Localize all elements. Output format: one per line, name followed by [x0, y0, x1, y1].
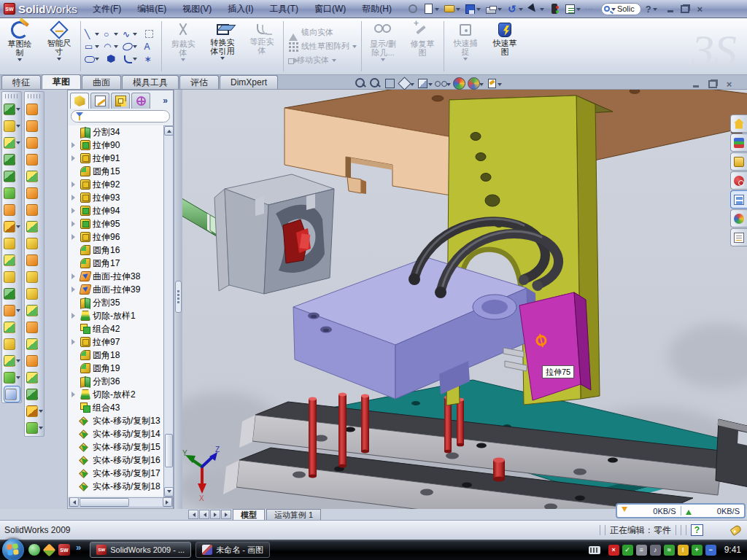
scroll-thumb[interactable] — [80, 498, 129, 507]
feature-tool-button[interactable] — [4, 285, 20, 302]
surface-tool-button[interactable] — [26, 235, 43, 252]
appearance-icon[interactable] — [453, 77, 465, 90]
restore-button[interactable] — [679, 4, 692, 15]
expand-arrow-icon[interactable] — [71, 142, 78, 148]
feature-tool-button[interactable] — [4, 386, 20, 402]
feature-tree-item[interactable]: 实体-移动/复制14 — [70, 427, 163, 440]
feature-tool-button[interactable] — [4, 268, 20, 285]
feature-tool-button[interactable] — [4, 117, 20, 134]
network-speed-widget[interactable]: 0KB/S 0KB/S — [616, 503, 746, 518]
rectangle-icon[interactable]: ▭ — [82, 40, 101, 52]
menu-item[interactable]: 帮助(H) — [354, 0, 400, 18]
spline-icon[interactable]: ∿ — [120, 28, 139, 40]
feature-tree-item[interactable]: 曲面-拉伸39 — [70, 283, 163, 296]
feature-tree-item[interactable]: 圆角17 — [70, 257, 163, 270]
surface-tool-button[interactable] — [26, 168, 43, 184]
menu-item[interactable]: 窗口(W) — [306, 0, 354, 18]
surface-tool-button[interactable] — [26, 285, 43, 302]
menu-item[interactable]: 插入(I) — [220, 0, 261, 18]
feature-tool-button[interactable] — [4, 134, 20, 151]
expand-arrow-icon[interactable] — [71, 339, 78, 345]
scene-icon[interactable] — [468, 77, 484, 90]
display-delete-relations-button[interactable]: 显示/删 除几... — [363, 18, 403, 74]
warning-icon[interactable]: ! — [678, 545, 689, 556]
scroll-up-button[interactable] — [164, 126, 174, 136]
feature-tree-item[interactable]: 组合42 — [70, 322, 163, 335]
expand-arrow-icon[interactable] — [71, 273, 78, 279]
expand-arrow-icon[interactable] — [71, 182, 78, 187]
custom-properties-icon[interactable] — [730, 228, 747, 246]
polygon-icon[interactable] — [101, 52, 120, 65]
feature-tree-item[interactable]: 切除-放样1 — [70, 309, 163, 322]
repair-sketch-button[interactable]: 修复草 图 — [403, 18, 442, 74]
design-library-icon[interactable] — [730, 133, 747, 152]
feature-tree-item[interactable]: 拉伸96 — [70, 230, 163, 244]
expand-arrow-icon[interactable] — [71, 313, 78, 319]
feature-tree-item[interactable]: 拉伸97 — [70, 335, 163, 349]
surface-tool-button[interactable] — [26, 101, 43, 117]
expand-arrow-icon[interactable] — [71, 208, 78, 214]
linear-sketch-pattern-button[interactable]: 线性草图阵列 — [288, 41, 357, 52]
feature-tree-item[interactable]: 分割34 — [70, 125, 163, 139]
feature-tool-button[interactable] — [4, 235, 20, 252]
section-view-icon[interactable] — [384, 77, 396, 90]
prev-tab-button[interactable] — [199, 510, 209, 519]
zoom-fit-icon[interactable] — [355, 77, 367, 90]
feature-tree-item[interactable]: 实体-移动/复制15 — [70, 440, 163, 454]
feature-tool-button[interactable] — [4, 218, 20, 235]
feature-tool-button[interactable] — [4, 201, 20, 218]
convert-entities-button[interactable]: 转换实 体引用 — [203, 18, 242, 74]
feature-tree-item[interactable]: 拉伸91 — [70, 152, 163, 165]
surface-tool-button[interactable] — [26, 134, 43, 151]
pin-icon[interactable] — [406, 2, 420, 15]
feature-tool-button[interactable] — [4, 352, 20, 369]
splitter-grip[interactable] — [175, 281, 182, 313]
badge-icon[interactable]: ≡ — [636, 545, 647, 556]
offset-entities-button[interactable]: 等距实 体 — [242, 18, 282, 74]
feature-tool-button[interactable] — [4, 184, 20, 201]
tab-dimxpert-manager[interactable] — [131, 93, 150, 109]
surface-tool-button[interactable] — [26, 369, 43, 386]
doc-minimize-button[interactable] — [689, 79, 702, 90]
panel-splitter[interactable] — [174, 90, 182, 509]
feature-tree-item[interactable]: 实体-移动/复制17 — [70, 467, 163, 480]
keyboard-layout-icon[interactable] — [589, 546, 600, 554]
menu-item[interactable]: 文件(F) — [85, 0, 129, 18]
feature-tree-item[interactable]: 分割35 — [70, 296, 163, 309]
graphics-viewport[interactable]: X Y Z 拉伸75 — [182, 90, 747, 509]
tree-horizontal-scrollbar[interactable] — [69, 497, 173, 508]
ribbon-tab[interactable]: 草图 — [42, 74, 81, 89]
arc-icon[interactable]: ◠ — [101, 40, 120, 52]
surface-tool-button[interactable] — [26, 302, 43, 319]
feature-tree-item[interactable]: 圆角16 — [70, 244, 163, 257]
expand-arrow-icon[interactable] — [71, 234, 78, 240]
launcher-icon[interactable] — [42, 543, 55, 556]
feature-tree-item[interactable]: 组合43 — [70, 401, 163, 414]
feature-tree-item[interactable]: 实体-移动/复制16 — [70, 454, 163, 467]
undo-icon[interactable]: ↺ — [505, 2, 525, 15]
expand-arrow-icon[interactable] — [71, 392, 78, 397]
overflow-icon[interactable]: ⋯ — [584, 2, 598, 15]
feature-tree-item[interactable]: 实体-移动/复制13 — [70, 414, 163, 427]
messenger-icon[interactable] — [28, 544, 40, 556]
solidworks-icon[interactable]: SW — [58, 544, 70, 556]
surface-tool-button[interactable] — [26, 352, 43, 369]
first-tab-button[interactable] — [188, 510, 198, 519]
search-input[interactable]: Solic — [601, 3, 641, 15]
quick-snaps-button[interactable]: 快速捕 捉 — [446, 18, 485, 74]
feature-tree-item[interactable]: 圆角15 — [70, 165, 163, 178]
options-icon[interactable] — [563, 3, 582, 15]
feature-tree-item[interactable]: 拉伸90 — [70, 139, 163, 152]
scroll-thumb[interactable] — [165, 434, 173, 467]
surface-tool-button[interactable] — [26, 218, 43, 235]
menu-item[interactable]: 视图(V) — [174, 0, 220, 18]
surface-tool-button[interactable] — [26, 184, 43, 201]
feature-tool-button[interactable] — [4, 252, 20, 268]
view-orientation-icon[interactable] — [398, 77, 414, 90]
tab-feature-manager[interactable] — [70, 93, 89, 109]
sketch-fillet-icon[interactable] — [120, 52, 139, 65]
resources-home-icon[interactable] — [730, 114, 747, 133]
feature-tree-item[interactable]: 圆角19 — [70, 362, 163, 375]
scroll-right-button[interactable] — [163, 497, 172, 507]
ellipse-icon[interactable] — [120, 40, 139, 52]
